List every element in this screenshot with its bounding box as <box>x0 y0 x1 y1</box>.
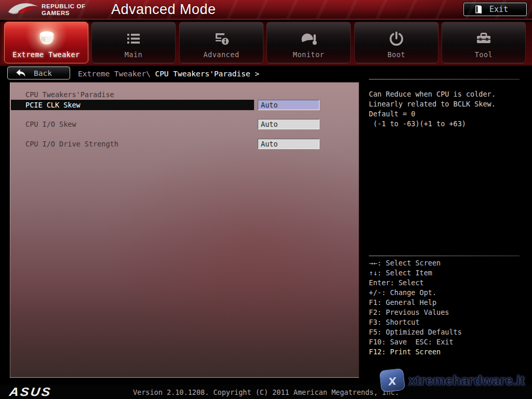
tab-label: Extreme Tweaker <box>5 50 88 59</box>
help-text-block: Can Reduce when CPU is colder. Linearly … <box>369 89 525 129</box>
tab-tool[interactable]: Tool <box>442 22 526 63</box>
setting-label: CPU I/O Drive Strength <box>11 139 254 149</box>
list-icon <box>92 30 175 48</box>
toolbox-icon <box>442 30 525 48</box>
shortcut-line: Enter: Select <box>369 278 525 288</box>
exit-button[interactable]: Exit <box>463 3 527 16</box>
shortcut-line: F1: General Help <box>369 298 525 308</box>
setting-label: CPU I/O Skew <box>11 119 254 129</box>
shortcut-line-print-screen: F12: Print Screen <box>369 347 525 357</box>
watermark-x-badge-icon: x <box>379 368 405 393</box>
tab-main[interactable]: Main <box>91 22 176 63</box>
tab-extreme-tweaker[interactable]: Extreme Tweaker <box>4 22 88 63</box>
help-line: Default = 0 <box>369 109 525 119</box>
tab-label: Tool <box>442 50 525 59</box>
top-header-bar: REPUBLIC OF GAMERS Advanced Mode Exit <box>0 0 532 20</box>
breadcrumb-current: CPU Tweakers'Paradise > <box>155 70 259 78</box>
tab-advanced[interactable]: Advanced <box>179 22 263 63</box>
back-button[interactable]: Back <box>7 66 70 79</box>
shortcut-line: +/-: Change Opt. <box>369 288 525 298</box>
setting-row-cpu-io-drive-strength[interactable]: CPU I/O Drive Strength Auto <box>11 139 359 149</box>
setting-value-dropdown[interactable]: Auto <box>258 139 320 149</box>
rog-eye-logo-icon <box>7 1 39 19</box>
tab-strip: Extreme Tweaker Main <box>0 22 532 63</box>
settings-panel: CPU Tweakers'Paradise PCIE CLK Skew Auto… <box>9 82 360 378</box>
page-title: Advanced Mode <box>111 2 216 18</box>
setting-row-cpu-io-skew[interactable]: CPU I/O Skew Auto <box>11 119 359 129</box>
shortcut-line: ↑↓: Select Item <box>369 268 525 278</box>
shortcut-line: →←: Select Screen <box>369 258 525 268</box>
help-separator <box>369 79 520 79</box>
tab-label: Monitor <box>267 50 350 59</box>
setting-value-dropdown[interactable]: Auto <box>258 100 320 110</box>
help-line: Can Reduce when CPU is colder. <box>369 89 525 99</box>
brand-line1: REPUBLIC OF <box>42 3 86 10</box>
shortcut-line: F10: Save ESC: Exit <box>369 337 525 347</box>
back-label: Back <box>34 69 52 77</box>
section-title: CPU Tweakers'Paradise <box>25 90 114 99</box>
gauge-thermometer-icon <box>267 30 350 48</box>
bios-advanced-mode-screen: REPUBLIC OF GAMERS Advanced Mode Exit <box>0 0 532 399</box>
power-icon <box>355 30 438 48</box>
shortcuts-separator <box>369 256 520 256</box>
watermark: x xtremehardware.it <box>377 366 531 394</box>
watermark-text: xtremehardware.it <box>408 373 525 389</box>
breadcrumb: Extreme Tweaker\ CPU Tweakers'Paradise > <box>78 70 259 78</box>
tab-label: Main <box>92 50 175 59</box>
brand-line2: GAMERS <box>42 10 86 17</box>
setting-value-dropdown[interactable]: Auto <box>258 119 320 129</box>
exit-label: Exit <box>489 5 508 14</box>
shortcut-line: F3: Shortcut <box>369 317 525 327</box>
setting-row-pcie-clk-skew[interactable]: PCIE CLK Skew Auto <box>11 100 359 110</box>
tab-boot[interactable]: Boot <box>354 22 438 63</box>
back-arrow-icon <box>15 68 26 78</box>
tweaker-knob-icon <box>5 30 88 48</box>
window-info-icon <box>180 30 263 48</box>
breadcrumb-parent[interactable]: Extreme Tweaker\ <box>78 70 155 78</box>
shortcut-line: F5: Optimized Defaults <box>369 327 525 337</box>
tab-monitor[interactable]: Monitor <box>267 22 351 63</box>
help-line: Linearly related to BCLK Skew. <box>369 99 525 109</box>
help-line: (-1 to -63)(+1 to +63) <box>369 119 525 129</box>
tab-label: Boot <box>355 50 438 59</box>
exit-door-icon <box>474 4 483 15</box>
keyboard-shortcuts-block: →←: Select Screen ↑↓: Select Item Enter:… <box>369 258 525 357</box>
tab-label: Advanced <box>180 50 263 59</box>
shortcut-line: F2: Previous Values <box>369 308 525 317</box>
setting-label: PCIE CLK Skew <box>11 100 254 110</box>
brand-text: REPUBLIC OF GAMERS <box>42 3 86 17</box>
